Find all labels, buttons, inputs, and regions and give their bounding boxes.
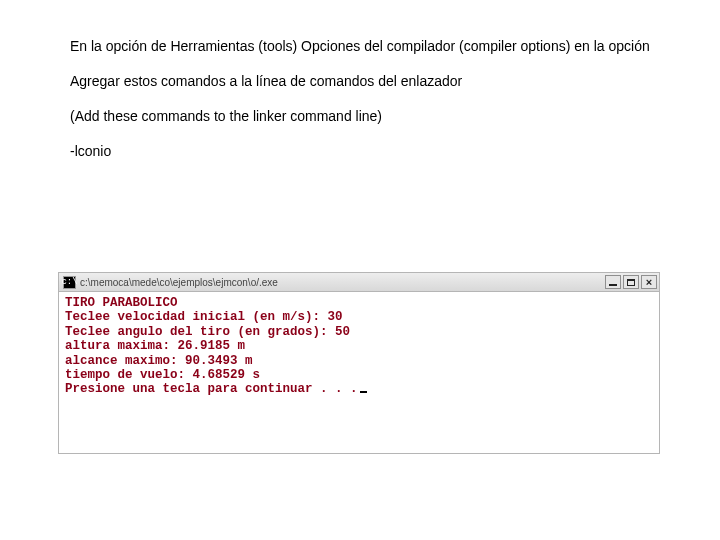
instruction-block: En la opción de Herramientas (tools) Opc… <box>0 0 720 162</box>
maximize-button[interactable] <box>623 275 639 289</box>
window-title-path: c:\memoca\mede\co\ejemplos\ejmcon\o/.exe <box>80 277 605 288</box>
console-window: c:\ c:\memoca\mede\co\ejemplos\ejmcon\o/… <box>58 272 660 454</box>
instruction-paragraph-2: Agregar estos comandos a la línea de com… <box>70 71 660 92</box>
instruction-paragraph-1: En la opción de Herramientas (tools) Opc… <box>70 36 660 57</box>
text-cursor <box>360 391 367 393</box>
window-buttons: × <box>605 275 657 289</box>
close-button[interactable]: × <box>641 275 657 289</box>
instruction-paragraph-3: (Add these commands to the linker comman… <box>70 106 660 127</box>
window-titlebar[interactable]: c:\ c:\memoca\mede\co\ejemplos\ejmcon\o/… <box>58 272 660 292</box>
console-output: TIRO PARABOLICO Teclee velocidad inicial… <box>65 296 653 397</box>
linker-flag-text: -lconio <box>70 141 660 162</box>
cmd-icon: c:\ <box>63 276 76 289</box>
console-body: TIRO PARABOLICO Teclee velocidad inicial… <box>58 292 660 454</box>
minimize-button[interactable] <box>605 275 621 289</box>
